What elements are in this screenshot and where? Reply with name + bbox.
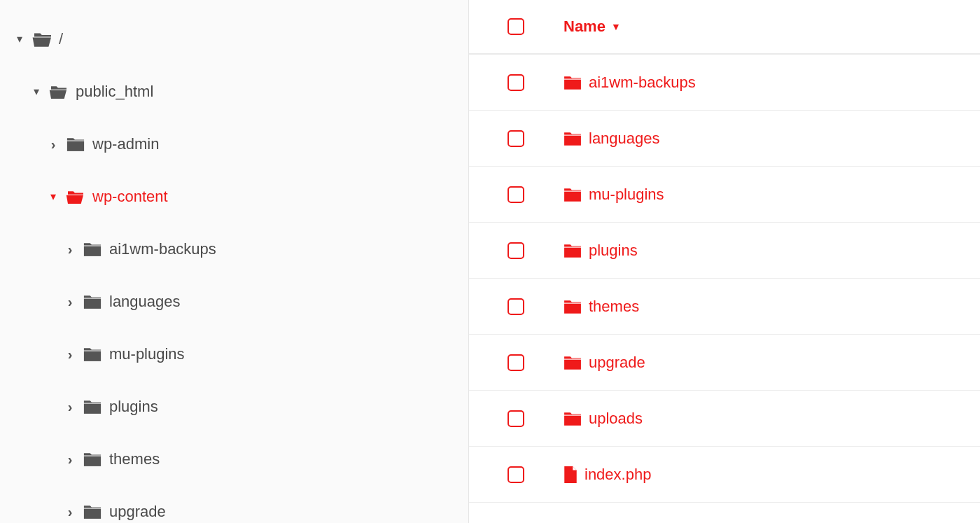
tree-node[interactable]: mu-plugins bbox=[0, 328, 468, 380]
row-checkbox[interactable] bbox=[507, 242, 524, 259]
folder-open-icon bbox=[49, 84, 70, 99]
row-checkbox[interactable] bbox=[507, 186, 524, 203]
tree-node[interactable]: plugins bbox=[0, 380, 468, 433]
folder-closed-icon bbox=[66, 137, 87, 152]
folder-open-icon bbox=[66, 189, 87, 204]
file-list-row[interactable]: themes bbox=[469, 279, 980, 335]
file-list-row[interactable]: ai1wm-backups bbox=[469, 55, 980, 111]
folder-closed-icon bbox=[564, 411, 582, 426]
row-checkbox[interactable] bbox=[507, 410, 524, 427]
chevron-down-icon bbox=[14, 32, 25, 46]
tree-node[interactable]: upgrade bbox=[0, 485, 468, 523]
folder-closed-icon bbox=[83, 242, 104, 257]
folder-closed-icon bbox=[564, 187, 582, 202]
tree-node-label: public_html bbox=[76, 83, 153, 101]
tree-node-label: wp-admin bbox=[92, 135, 159, 153]
folder-closed-icon bbox=[83, 399, 104, 414]
file-list-row[interactable]: index.php bbox=[469, 447, 980, 503]
row-name-label: ai1wm-backups bbox=[589, 74, 696, 92]
select-all-checkbox[interactable] bbox=[507, 18, 524, 35]
folder-closed-icon bbox=[564, 355, 582, 370]
row-name-label: upgrade bbox=[589, 354, 645, 372]
folder-closed-icon bbox=[83, 294, 104, 309]
folder-tree: / public_htmlwp-adminwp-contentai1wm-bac… bbox=[0, 0, 469, 523]
tree-node-root[interactable]: / bbox=[0, 13, 468, 65]
folder-closed-icon bbox=[564, 299, 582, 314]
row-name-cell: plugins bbox=[564, 242, 638, 260]
tree-node-label: upgrade bbox=[109, 503, 166, 521]
row-name-cell: mu-plugins bbox=[564, 186, 664, 204]
row-checkbox[interactable] bbox=[507, 130, 524, 147]
tree-node-label: mu-plugins bbox=[109, 345, 185, 363]
tree-node-label: ai1wm-backups bbox=[109, 240, 216, 258]
column-header-name-label: Name bbox=[564, 18, 606, 36]
row-name-cell: uploads bbox=[564, 410, 643, 428]
tree-node-label: / bbox=[59, 30, 63, 48]
row-name-label: plugins bbox=[589, 242, 638, 260]
folder-closed-icon bbox=[564, 243, 582, 258]
folder-closed-icon bbox=[564, 75, 582, 90]
file-list-row[interactable]: plugins bbox=[469, 223, 980, 279]
row-name-label: index.php bbox=[584, 466, 651, 484]
tree-node[interactable]: public_html bbox=[0, 65, 468, 118]
file-list-row[interactable]: languages bbox=[469, 111, 980, 167]
chevron-down-icon bbox=[31, 85, 42, 98]
row-checkbox[interactable] bbox=[507, 74, 524, 91]
row-name-label: languages bbox=[589, 130, 660, 148]
sort-desc-icon: ▼ bbox=[611, 21, 621, 32]
file-list-row[interactable]: uploads bbox=[469, 391, 980, 447]
file-list: Name ▼ ai1wm-backupslanguagesmu-pluginsp… bbox=[469, 0, 980, 523]
file-list-header: Name ▼ bbox=[469, 0, 980, 55]
row-name-label: mu-plugins bbox=[589, 186, 664, 204]
file-icon bbox=[564, 466, 578, 483]
row-name-cell: ai1wm-backups bbox=[564, 74, 696, 92]
column-header-name[interactable]: Name ▼ bbox=[564, 18, 621, 36]
tree-node[interactable]: ai1wm-backups bbox=[0, 223, 468, 275]
row-checkbox[interactable] bbox=[507, 466, 524, 483]
row-name-label: themes bbox=[589, 298, 639, 316]
file-list-row[interactable]: upgrade bbox=[469, 335, 980, 391]
row-name-label: uploads bbox=[589, 410, 643, 428]
chevron-down-icon bbox=[48, 190, 59, 203]
tree-node[interactable]: wp-content bbox=[0, 170, 468, 223]
row-checkbox[interactable] bbox=[507, 354, 524, 371]
row-name-cell: themes bbox=[564, 298, 639, 316]
tree-node[interactable]: languages bbox=[0, 275, 468, 328]
tree-node-label: wp-content bbox=[92, 188, 168, 206]
row-name-cell: index.php bbox=[564, 466, 651, 484]
folder-closed-icon bbox=[83, 347, 104, 362]
folder-closed-icon bbox=[83, 452, 104, 467]
file-list-row[interactable]: mu-plugins bbox=[469, 167, 980, 223]
tree-node-label: plugins bbox=[109, 398, 158, 416]
tree-node[interactable]: wp-admin bbox=[0, 118, 468, 170]
tree-node-label: languages bbox=[109, 293, 181, 311]
folder-closed-icon bbox=[83, 504, 104, 519]
tree-node[interactable]: themes bbox=[0, 433, 468, 485]
folder-open-icon bbox=[32, 31, 53, 48]
row-checkbox[interactable] bbox=[507, 298, 524, 315]
tree-node-label: themes bbox=[109, 450, 160, 468]
folder-closed-icon bbox=[564, 131, 582, 146]
row-name-cell: upgrade bbox=[564, 354, 645, 372]
row-name-cell: languages bbox=[564, 130, 660, 148]
